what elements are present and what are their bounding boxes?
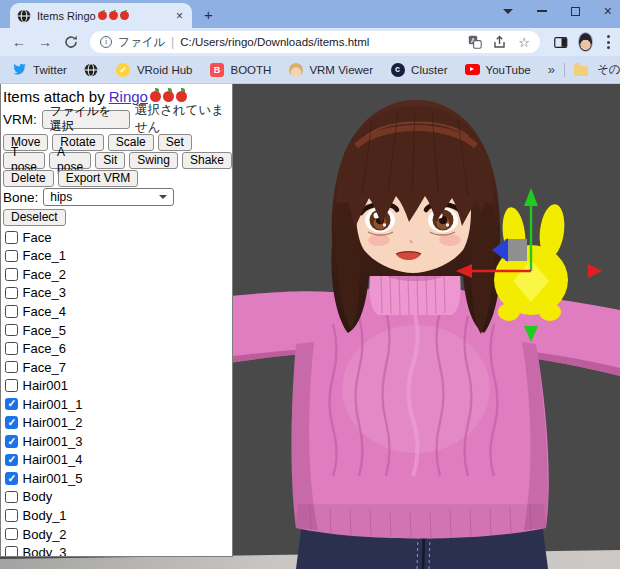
delete-button[interactable]: Delete xyxy=(3,170,54,187)
scale-button[interactable]: Scale xyxy=(108,134,154,151)
checkbox-hair001-1[interactable] xyxy=(5,398,18,411)
checkbox-hair001-4[interactable] xyxy=(5,454,18,467)
checkbox-face-2[interactable] xyxy=(5,268,18,281)
browser-toolbar: ← → i ファイル | C:/Users/ringo/Downloads/it… xyxy=(0,28,620,56)
checkbox-face-3[interactable] xyxy=(5,287,18,300)
list-item: Face_5 xyxy=(3,321,232,340)
minimize-button[interactable] xyxy=(537,10,547,12)
sit-button[interactable]: Sit xyxy=(95,152,125,169)
bone-select[interactable]: hips xyxy=(43,188,174,206)
checkbox-hair001-3[interactable] xyxy=(5,435,18,448)
page-info-icon[interactable]: i xyxy=(100,36,112,48)
bookmark-vrm-viewer[interactable]: VRM Viewer xyxy=(288,62,373,77)
list-item: Body xyxy=(3,488,232,507)
checkbox-hair001-5[interactable] xyxy=(5,472,18,485)
apple-icon xyxy=(98,11,107,20)
bookmark-twitter[interactable]: Twitter xyxy=(12,62,67,77)
cluster-icon: c xyxy=(391,63,405,77)
checkbox-body-2[interactable] xyxy=(5,528,18,541)
share-icon[interactable] xyxy=(493,35,507,49)
apple-icon xyxy=(109,11,118,20)
address-bar[interactable]: i ファイル | C:/Users/ringo/Downloads/items.… xyxy=(90,31,540,53)
apple-icon xyxy=(163,91,174,102)
window-close-button[interactable]: × xyxy=(604,4,612,18)
export-vrm-button[interactable]: Export VRM xyxy=(58,170,139,187)
checkbox-body-3[interactable] xyxy=(5,546,18,557)
chevron-down-icon xyxy=(159,195,167,199)
list-item: Body_1 xyxy=(3,506,232,525)
list-item: Face xyxy=(3,228,232,247)
youtube-icon xyxy=(465,64,480,75)
control-panel: Items attach by Ringo VRM: ファイルを選択 選択されて… xyxy=(0,84,233,557)
browser-tab[interactable]: Items Ringo × xyxy=(10,3,192,28)
file-scheme-chip[interactable]: ファイル xyxy=(118,35,165,50)
bookmark-unnamed[interactable] xyxy=(84,62,99,77)
globe-favicon-icon xyxy=(17,9,31,23)
url-text[interactable]: C:/Users/ringo/Downloads/items.html xyxy=(180,36,462,48)
checkbox-face-5[interactable] xyxy=(5,324,18,337)
bookmark-booth[interactable]: B BOOTH xyxy=(210,62,272,77)
set-button[interactable]: Set xyxy=(158,134,192,151)
other-bookmarks[interactable]: その他のブックマーク xyxy=(597,62,620,77)
bookmarks-overflow-chevron[interactable]: » xyxy=(548,62,555,77)
vrm-label: VRM: xyxy=(3,112,37,127)
side-panel-icon[interactable] xyxy=(554,35,568,50)
list-item: Body_2 xyxy=(3,525,232,544)
list-item: Hair001_3 xyxy=(3,432,232,451)
list-item: Face_1 xyxy=(3,247,232,266)
gizmo-plane-handle xyxy=(505,239,527,261)
a-pose-button[interactable]: A pose xyxy=(49,152,91,169)
checkbox-face-4[interactable] xyxy=(5,305,18,318)
page-content: Items attach by Ringo VRM: ファイルを選択 選択されて… xyxy=(0,84,620,569)
list-item: Face_7 xyxy=(3,358,232,377)
tab-title: Items Ringo xyxy=(37,10,168,22)
apple-icon xyxy=(150,91,161,102)
shake-button[interactable]: Shake xyxy=(182,152,232,169)
new-tab-button[interactable]: + xyxy=(204,6,213,23)
bookmark-star-icon[interactable]: ☆ xyxy=(518,35,530,50)
list-item: Face_6 xyxy=(3,339,232,358)
list-item: Face_2 xyxy=(3,265,232,284)
checkbox-hair001-2[interactable] xyxy=(5,416,18,429)
checkbox-face-7[interactable] xyxy=(5,361,18,374)
bookmark-youtube[interactable]: YouTube xyxy=(465,62,531,77)
tab-close-icon[interactable]: × xyxy=(174,10,185,22)
twitter-icon xyxy=(12,62,27,77)
list-item: Face_4 xyxy=(3,302,232,321)
checkbox-face[interactable] xyxy=(5,231,18,244)
bookmark-cluster[interactable]: c Cluster xyxy=(390,62,447,77)
globe-icon xyxy=(84,62,99,77)
vroid-hub-icon: ✓ xyxy=(116,63,130,77)
chip-divider: | xyxy=(171,35,174,49)
list-item: Hair001_2 xyxy=(3,413,232,432)
file-select-button[interactable]: ファイルを選択 xyxy=(42,110,130,129)
tab-strip: Items Ringo × + × xyxy=(0,0,620,28)
checkbox-body[interactable] xyxy=(5,491,18,504)
deselect-button[interactable]: Deselect xyxy=(3,209,66,226)
back-icon[interactable]: ← xyxy=(8,34,30,50)
apple-icon xyxy=(120,11,129,20)
t-pose-button[interactable]: T pose xyxy=(3,152,45,169)
browser-menu-icon[interactable] xyxy=(605,33,612,51)
bone-label: Bone: xyxy=(3,190,38,205)
checkbox-hair001[interactable] xyxy=(5,379,18,392)
checkbox-face-6[interactable] xyxy=(5,342,18,355)
checkbox-body-1[interactable] xyxy=(5,509,18,522)
bookmarks-divider xyxy=(564,63,565,77)
list-item: Hair001_1 xyxy=(3,395,232,414)
list-item: Hair001 xyxy=(3,376,232,395)
list-item: Hair001_5 xyxy=(3,469,232,488)
swing-button[interactable]: Swing xyxy=(129,152,178,169)
translate-icon[interactable]: A xyxy=(468,35,482,49)
maximize-button[interactable] xyxy=(571,7,580,16)
bookmark-vroid-hub[interactable]: ✓ VRoid Hub xyxy=(116,62,193,77)
forward-icon[interactable]: → xyxy=(34,34,56,50)
checkbox-face-1[interactable] xyxy=(5,250,18,263)
list-item: Body_3 xyxy=(3,543,232,557)
bookmarks-bar: Twitter ✓ VRoid Hub B BOOTH VRM Viewer c… xyxy=(0,56,620,84)
tab-search-chevron-icon[interactable] xyxy=(503,9,513,14)
booth-icon: B xyxy=(210,63,224,77)
profile-avatar[interactable] xyxy=(578,32,594,52)
reload-icon[interactable] xyxy=(60,34,82,50)
file-status-text: 選択されていません xyxy=(135,102,232,136)
